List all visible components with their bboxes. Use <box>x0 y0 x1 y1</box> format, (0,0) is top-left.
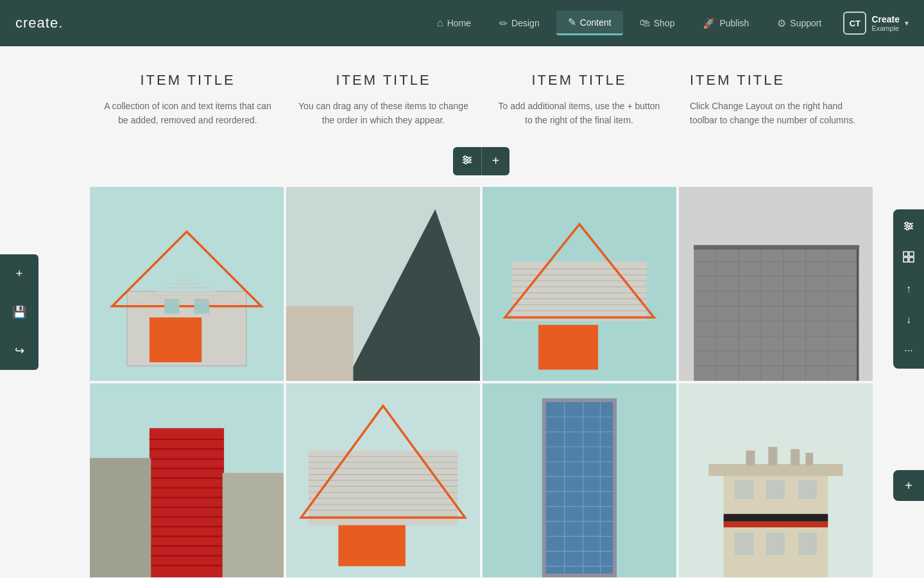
svg-rect-80 <box>90 458 151 577</box>
svg-rect-121 <box>724 514 828 521</box>
save-button[interactable]: 💾 <box>0 293 38 331</box>
export-button[interactable]: ↪ <box>0 331 38 370</box>
sliders-icon <box>902 220 915 235</box>
item-col-2: ITEM TITLE You can drag any of these ite… <box>286 66 481 141</box>
svg-rect-128 <box>798 532 817 555</box>
user-menu[interactable]: CT Create Example ▾ <box>843 12 909 35</box>
nav-shop-label: Shop <box>654 18 675 28</box>
ellipsis-icon: ··· <box>904 345 912 356</box>
sliders-toolbar-icon <box>461 154 473 168</box>
nav-design[interactable]: ✏ Design <box>488 12 551 35</box>
shop-icon: 🛍 <box>640 17 650 29</box>
nav-content[interactable]: ✎ Content <box>556 11 623 35</box>
svg-rect-83 <box>309 450 458 525</box>
content-area: ITEM TITLE A collection of icon and text… <box>38 46 924 578</box>
image-cell-6[interactable] <box>286 383 480 577</box>
adjust-toolbar-button[interactable] <box>453 147 481 175</box>
svg-rect-44 <box>538 325 598 370</box>
svg-rect-122 <box>724 521 828 527</box>
left-sidebar: + 💾 ↪ <box>0 254 38 370</box>
image-grid <box>90 187 873 577</box>
content-icon: ✎ <box>568 16 576 28</box>
image-cell-4[interactable] <box>679 187 873 381</box>
grid-icon <box>902 250 915 266</box>
nav-items: ⌂ Home ✏ Design ✎ Content 🛍 Shop 🚀 Publi… <box>425 11 833 35</box>
publish-icon: 🚀 <box>703 17 715 30</box>
add-toolbar-button[interactable]: + <box>481 147 509 175</box>
layout-button[interactable] <box>893 243 924 274</box>
export-icon: ↪ <box>15 344 24 358</box>
item-desc-4: Click Change Layout on the right hand to… <box>690 99 860 128</box>
save-icon: 💾 <box>12 305 26 319</box>
nav-support[interactable]: ⚙ Support <box>766 12 833 35</box>
nav-content-label: Content <box>580 17 612 28</box>
svg-rect-19 <box>150 317 201 362</box>
image-cell-3[interactable] <box>483 187 676 381</box>
plus-toolbar-icon: + <box>492 153 500 168</box>
right-sidebar: ↑ ↓ ··· <box>893 209 924 369</box>
add-right-icon: + <box>905 478 912 493</box>
svg-rect-9 <box>909 258 914 262</box>
main-nav: create. ⌂ Home ✏ Design ✎ Content 🛍 Shop… <box>0 0 924 46</box>
item-desc-2: You can drag any of these items to chang… <box>298 99 468 128</box>
nav-publish-label: Publish <box>719 18 749 28</box>
svg-rect-127 <box>766 532 785 555</box>
image-cell-2[interactable] <box>286 187 480 381</box>
image-cell-5[interactable] <box>90 383 284 577</box>
avatar: CT <box>843 12 866 35</box>
more-options-button[interactable]: ··· <box>893 335 924 366</box>
svg-point-15 <box>465 161 467 164</box>
svg-rect-96 <box>338 525 406 566</box>
svg-rect-99 <box>546 402 613 574</box>
svg-rect-123 <box>735 480 753 499</box>
plus-icon: + <box>16 267 23 281</box>
svg-rect-6 <box>903 252 908 256</box>
support-icon: ⚙ <box>777 17 786 30</box>
nav-publish[interactable]: 🚀 Publish <box>691 12 760 35</box>
main-content: ITEM TITLE A collection of icon and text… <box>38 53 924 578</box>
nav-design-label: Design <box>511 18 540 28</box>
nav-support-label: Support <box>790 18 821 28</box>
svg-point-5 <box>906 227 909 230</box>
svg-rect-124 <box>766 480 785 499</box>
item-title-4: ITEM TITLE <box>690 72 860 89</box>
move-down-button[interactable]: ↓ <box>893 304 924 335</box>
image-cell-8[interactable] <box>679 383 873 577</box>
add-item-right-button[interactable]: + <box>893 470 924 501</box>
arrow-down-icon: ↓ <box>906 314 911 326</box>
svg-rect-7 <box>909 252 914 256</box>
items-section: ITEM TITLE A collection of icon and text… <box>90 53 873 141</box>
nav-home-label: Home <box>447 18 471 28</box>
user-name: Create <box>871 14 900 24</box>
add-section-button[interactable]: + <box>0 254 38 293</box>
chevron-down-icon: ▾ <box>905 19 909 28</box>
svg-rect-20 <box>164 299 179 313</box>
svg-rect-125 <box>798 480 817 499</box>
svg-rect-126 <box>735 532 753 555</box>
svg-rect-34 <box>512 261 646 321</box>
svg-rect-32 <box>286 306 354 381</box>
user-role: Example <box>871 24 900 32</box>
item-desc-3: To add additional items, use the + butto… <box>494 99 664 128</box>
adjust-button[interactable] <box>893 212 924 243</box>
svg-point-4 <box>909 225 912 227</box>
image-cell-7[interactable] <box>483 383 676 577</box>
design-icon: ✏ <box>499 17 508 30</box>
item-title-1: ITEM TITLE <box>103 72 273 89</box>
svg-rect-8 <box>903 258 908 262</box>
item-title-2: ITEM TITLE <box>298 72 468 89</box>
nav-shop[interactable]: 🛍 Shop <box>628 12 687 34</box>
svg-rect-118 <box>768 447 777 466</box>
svg-rect-117 <box>746 450 755 465</box>
arrow-up-icon: ↑ <box>906 283 911 295</box>
item-col-4: ITEM TITLE Click Change Layout on the ri… <box>677 66 873 141</box>
svg-rect-21 <box>194 299 209 313</box>
item-title-3: ITEM TITLE <box>494 72 664 89</box>
move-up-button[interactable]: ↑ <box>893 274 924 304</box>
nav-home[interactable]: ⌂ Home <box>425 12 483 34</box>
svg-rect-81 <box>223 473 284 577</box>
svg-rect-116 <box>708 464 843 476</box>
logo: create. <box>15 15 63 31</box>
svg-rect-47 <box>694 247 858 381</box>
image-cell-1[interactable] <box>90 187 284 381</box>
